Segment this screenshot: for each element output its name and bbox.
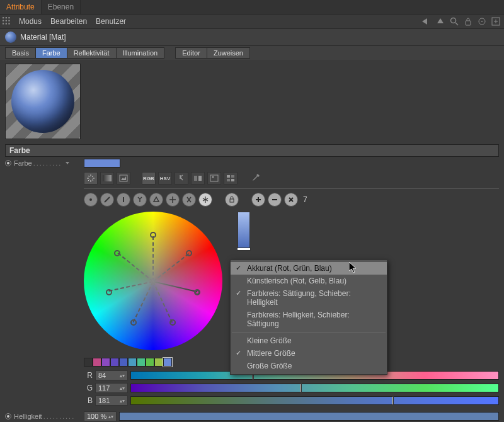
swatches-icon[interactable]: [224, 172, 238, 185]
r-label: R: [84, 371, 93, 380]
brightness-handle[interactable]: [237, 248, 251, 251]
svg-line-12: [455, 23, 458, 25]
helligkeit-value-field[interactable]: 100 %▴▾: [84, 411, 117, 421]
new-box-icon[interactable]: [490, 16, 501, 27]
harmony-equiangular-button[interactable]: [198, 193, 212, 207]
dots: .........: [33, 159, 62, 167]
swatch-item[interactable]: [163, 358, 172, 367]
channel-tab-basis[interactable]: Basis: [5, 47, 36, 59]
menu-item-kuenstlerisch[interactable]: Künstlerisch (Rot, Gelb, Blau): [231, 275, 387, 287]
tab-ebenen[interactable]: Ebenen: [42, 0, 81, 14]
swatch-item[interactable]: [119, 358, 128, 367]
channel-tab-editor[interactable]: Editor: [175, 47, 207, 59]
search-icon[interactable]: [449, 16, 460, 27]
svg-rect-34: [227, 175, 230, 178]
picture-icon[interactable]: [207, 172, 221, 185]
kelvin-icon[interactable]: [175, 172, 188, 185]
lock-icon[interactable]: [462, 16, 474, 27]
color-swatch[interactable]: [84, 159, 120, 168]
svg-rect-0: [3, 17, 4, 18]
g-channel-row: G 117▴▾: [5, 382, 499, 394]
svg-line-25: [88, 180, 89, 181]
harmony-mono-button[interactable]: [84, 193, 98, 207]
harmony-analogous-button[interactable]: [117, 193, 130, 207]
swatch-item[interactable]: [128, 358, 137, 367]
svg-rect-2: [8, 17, 9, 18]
channel-tab-zuweisen[interactable]: Zuweisen: [207, 47, 250, 59]
menu-benutzer[interactable]: Benutzer: [93, 16, 132, 27]
svg-line-43: [205, 200, 208, 201]
color-mode-toolbar: RGB HSV: [5, 169, 499, 187]
harmony-square-button[interactable]: [182, 193, 196, 207]
material-header: Material [Mat]: [0, 29, 504, 46]
svg-point-38: [89, 198, 92, 201]
menu-item-kleine[interactable]: Kleine Größe: [231, 334, 387, 347]
channel-tab-farbe[interactable]: Farbe: [35, 47, 67, 59]
swatch-item[interactable]: [146, 358, 154, 367]
svg-point-33: [212, 176, 214, 178]
remove-node-button[interactable]: [268, 193, 282, 207]
svg-line-39: [105, 197, 110, 202]
nav-prev-icon[interactable]: [421, 16, 432, 27]
channel-tab-bar: Basis Farbe Reflektivität Illumination E…: [0, 46, 504, 60]
property-row-helligkeit: Helligkeit .......... 100 %▴▾: [5, 409, 499, 422]
svg-marker-53: [349, 262, 356, 273]
svg-point-11: [451, 18, 456, 23]
swatch-item[interactable]: [101, 358, 110, 367]
swatch-item[interactable]: [84, 358, 93, 367]
svg-rect-7: [6, 23, 7, 24]
menu-bearbeiten[interactable]: Bearbeiten: [48, 16, 93, 27]
grid-icon[interactable]: [3, 17, 11, 26]
eyedropper-icon[interactable]: [249, 172, 263, 185]
dropdown-arrow-icon[interactable]: [66, 162, 69, 164]
b-slider[interactable]: [130, 396, 499, 405]
svg-line-26: [92, 176, 93, 177]
g-slider[interactable]: [130, 384, 499, 392]
svg-line-46: [203, 198, 205, 200]
mixer-icon[interactable]: [191, 172, 205, 185]
menu-item-grosse[interactable]: Große Größe: [231, 360, 387, 372]
radio-helligkeit[interactable]: [5, 413, 11, 419]
harmony-toolbar: 7: [5, 193, 499, 212]
target-icon[interactable]: [476, 16, 488, 27]
color-wheel[interactable]: [84, 212, 222, 350]
image-icon[interactable]: [117, 172, 130, 185]
spectrum-icon[interactable]: [84, 172, 98, 185]
channel-tab-reflektivitaet[interactable]: Reflektivität: [67, 47, 117, 59]
swatch-item[interactable]: [137, 358, 146, 367]
swatch-item[interactable]: [93, 358, 101, 367]
b-value-field[interactable]: 181▴▾: [95, 396, 128, 406]
svg-rect-37: [231, 179, 234, 181]
helligkeit-slider[interactable]: [119, 412, 499, 421]
rgb-mode-button[interactable]: RGB: [142, 172, 156, 185]
r-value-field[interactable]: 84▴▾: [95, 370, 128, 380]
swatch-item[interactable]: [110, 358, 119, 367]
harmony-tetrad-button[interactable]: [166, 193, 180, 207]
svg-marker-29: [121, 176, 126, 180]
reset-button[interactable]: [284, 193, 298, 207]
nav-up-icon[interactable]: [435, 16, 446, 27]
svg-rect-6: [3, 23, 4, 24]
b-label: B: [84, 396, 93, 405]
g-value-field[interactable]: 117▴▾: [95, 383, 128, 393]
brightness-slider[interactable]: [238, 212, 250, 249]
menu-modus[interactable]: Modus: [16, 16, 48, 27]
swatch-item[interactable]: [154, 358, 163, 367]
menu-item-hell-sat[interactable]: Farbkreis: Helligkeit, Schieber: Sättigu…: [231, 309, 387, 330]
channel-tab-illumination[interactable]: Illumination: [116, 47, 165, 59]
menu-item-sat-hell[interactable]: Farbkreis: Sättigung, Schieber: Helligke…: [231, 287, 387, 309]
harmony-split-button[interactable]: [133, 193, 147, 207]
harmony-complement-button[interactable]: [100, 193, 114, 207]
harmony-triad-button[interactable]: [149, 193, 163, 207]
hsv-mode-button[interactable]: HSV: [158, 172, 172, 185]
gradient-icon[interactable]: [100, 172, 114, 185]
tab-attribute[interactable]: Attribute: [0, 0, 42, 14]
menu-item-mittlere[interactable]: Mittlere Größe: [231, 347, 387, 360]
svg-rect-4: [6, 20, 7, 21]
node-count: 7: [303, 195, 307, 204]
radio-farbe[interactable]: [5, 160, 11, 166]
material-preview[interactable]: [5, 64, 81, 139]
lock-harmony-button[interactable]: [225, 193, 239, 207]
add-node-button[interactable]: [251, 193, 265, 207]
menu-item-akkurat[interactable]: Akkurat (Rot, Grün, Blau): [231, 262, 387, 275]
